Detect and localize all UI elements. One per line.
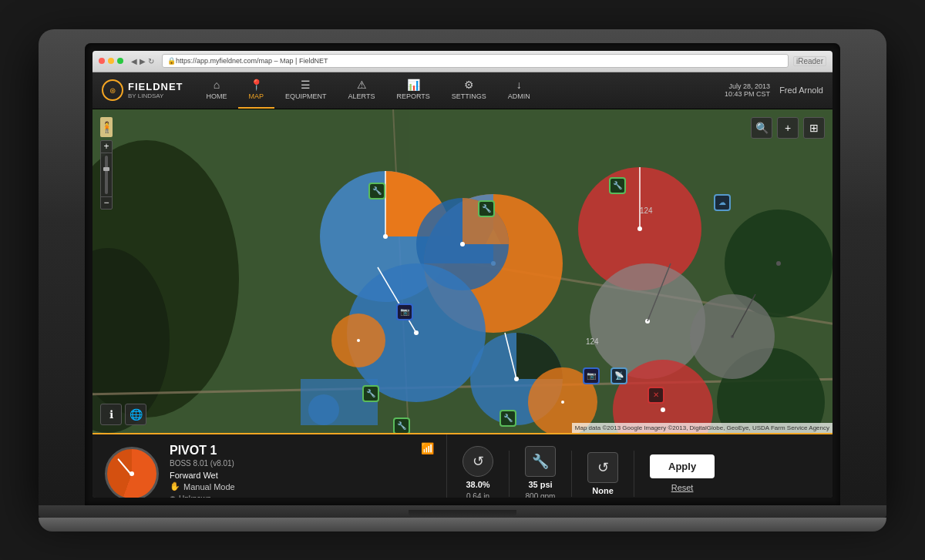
map-icon: 📍 [250, 79, 263, 91]
turbine-marker-2[interactable]: 🔧 [478, 200, 495, 217]
svg-text:124: 124 [640, 206, 653, 215]
divider-2 [571, 451, 572, 497]
laptop-hinge [39, 505, 886, 518]
search-map-button[interactable]: 🔍 [751, 117, 772, 139]
divider-1 [509, 451, 510, 497]
reader-button[interactable]: iReader [793, 56, 826, 66]
turbine-marker-1[interactable]: 🔧 [368, 183, 385, 200]
hand-icon: ✋ [170, 481, 180, 491]
app-navbar: ⊛ FIELDNET BY LINDSAY ⌂ HOME � [92, 72, 832, 109]
nav-item-alerts[interactable]: ⚠ ALERTS [338, 72, 386, 109]
laptop-notch [409, 510, 516, 518]
url-bar[interactable]: 🔒 https://app.myfieldnet.com/map – Map |… [162, 54, 789, 68]
svg-point-33 [661, 407, 665, 412]
globe-button[interactable]: 🌐 [125, 404, 146, 425]
user-name: Fred Arnold [779, 86, 823, 95]
window-controls [99, 58, 123, 64]
pivot-dial [105, 447, 159, 498]
rotation-control: ↺ 38.0% 0.64 in [462, 446, 493, 498]
nav-label-admin: ADMIN [508, 92, 530, 100]
map-svg: 124 124 [92, 109, 832, 433]
nav-item-equipment[interactable]: ☰ EQUIPMENT [274, 72, 338, 109]
nav-label-alerts: ALERTS [348, 92, 375, 100]
pivot-name: PIVOT 1 [170, 444, 434, 458]
map-controls-left: 🧍 + − [100, 117, 113, 210]
home-icon: ⌂ [214, 79, 220, 91]
reset-link[interactable]: Reset [671, 483, 694, 492]
settings-icon: ⚙ [464, 79, 474, 91]
pivot-status: Unknown [170, 495, 434, 498]
close-window-button[interactable] [99, 58, 105, 64]
logo-sub: BY LINDSAY [128, 92, 183, 99]
action-buttons: Apply Reset [650, 454, 715, 492]
svg-point-26 [776, 261, 781, 266]
nav-item-settings[interactable]: ⚙ SETTINGS [441, 72, 497, 109]
datetime-display: July 28, 2013 10:43 PM CST [725, 82, 770, 98]
turbine-marker-3[interactable]: 🔧 [362, 385, 379, 402]
weather-marker-2[interactable]: 📡 [610, 367, 627, 384]
svg-point-21 [357, 339, 360, 342]
endgun-control: ↺ None [587, 452, 618, 495]
rotation-icon[interactable]: ↺ [462, 446, 493, 477]
map-area[interactable]: 124 124 🔧 🔧 🔧 🔧 🔧 🔧 ✕ 📷 📷 [92, 109, 832, 433]
wifi-signal-icon: 📶 [421, 442, 434, 454]
camera-marker-1[interactable]: 📷 [396, 303, 413, 320]
endgun-value: None [592, 486, 614, 495]
nav-label-map: MAP [249, 92, 264, 100]
equipment-icon: ☰ [301, 79, 311, 91]
controls-panel: ↺ 38.0% 0.64 in 🔧 35 psi 800 gpm [447, 434, 832, 498]
back-button[interactable]: ◀ [131, 57, 137, 65]
reload-button[interactable]: ↻ [148, 57, 154, 65]
pivot-depth: 0.64 in [466, 492, 489, 498]
zoom-handle[interactable] [103, 167, 109, 171]
alerts-icon: ⚠ [357, 79, 367, 91]
nav-label-home: HOME [207, 92, 227, 100]
nav-right: July 28, 2013 10:43 PM CST Fred Arnold [725, 82, 823, 98]
pivot-percentage: 38.0% [466, 480, 489, 489]
nav-label-equipment: EQUIPMENT [285, 92, 327, 100]
layers-button[interactable]: ⊞ [803, 117, 825, 139]
browser-right-controls: iReader [793, 56, 826, 66]
turbine-marker-6[interactable]: 🔧 [609, 177, 626, 194]
nav-item-map[interactable]: 📍 MAP [238, 72, 275, 109]
zoom-out-button[interactable]: − [101, 196, 112, 209]
alert-marker-1[interactable]: ✕ [648, 387, 664, 404]
nav-item-admin[interactable]: ↓ ADMIN [497, 72, 541, 109]
pivot-mode: ✋ Manual Mode [170, 481, 434, 491]
camera-marker-2[interactable]: 📷 [583, 367, 600, 384]
divider-3 [634, 451, 634, 497]
zoom-in-button[interactable]: + [101, 141, 112, 153]
map-overlay-buttons: ℹ 🌐 [100, 404, 146, 425]
zoom-slider[interactable] [105, 156, 108, 194]
reports-icon: 📊 [407, 79, 420, 91]
pressure-icon[interactable]: 🔧 [525, 446, 556, 477]
flow-value: 800 gpm [526, 492, 556, 498]
nav-items: ⌂ HOME 📍 MAP ☰ EQUIPMENT ⚠ [196, 72, 725, 109]
turbine-marker-5[interactable]: 🔧 [500, 410, 516, 427]
nav-label-reports: REPORTS [396, 92, 429, 100]
forward-button[interactable]: ▶ [140, 57, 146, 65]
maximize-window-button[interactable] [117, 58, 123, 64]
add-map-button[interactable]: + [777, 117, 799, 139]
screen: ◀ ▶ ↻ 🔒 https://app.myfieldnet.com/map –… [92, 51, 832, 498]
pivot-boss: BOSS 8.01 (v8.01) [170, 459, 434, 468]
streetview-person[interactable]: 🧍 [100, 117, 113, 137]
pivot-details: PIVOT 1 BOSS 8.01 (v8.01) Forward Wet ✋ … [170, 444, 434, 498]
turbine-marker-4[interactable]: 🔧 [393, 417, 410, 433]
screen-bezel: ◀ ▶ ↻ 🔒 https://app.myfieldnet.com/map –… [85, 43, 840, 505]
nav-label-settings: SETTINGS [452, 92, 486, 100]
pressure-control: 🔧 35 psi 800 gpm [525, 446, 556, 498]
weather-marker-1[interactable]: ☁ [714, 194, 731, 211]
endgun-icon[interactable]: ↺ [587, 452, 618, 483]
nav-item-reports[interactable]: 📊 REPORTS [385, 72, 440, 109]
apply-button[interactable]: Apply [650, 454, 715, 478]
map-controls-right: 🔍 + ⊞ [751, 117, 825, 139]
bottom-panel: PIVOT 1 BOSS 8.01 (v8.01) Forward Wet ✋ … [92, 433, 832, 498]
laptop-outer: ◀ ▶ ↻ 🔒 https://app.myfieldnet.com/map –… [39, 29, 886, 505]
pivot-info: PIVOT 1 BOSS 8.01 (v8.01) Forward Wet ✋ … [92, 434, 447, 498]
info-button[interactable]: ℹ [100, 404, 122, 425]
minimize-window-button[interactable] [108, 58, 114, 64]
svg-point-39 [308, 394, 339, 425]
laptop-container: ◀ ▶ ↻ 🔒 https://app.myfieldnet.com/map –… [39, 29, 886, 531]
nav-item-home[interactable]: ⌂ HOME [196, 72, 238, 109]
